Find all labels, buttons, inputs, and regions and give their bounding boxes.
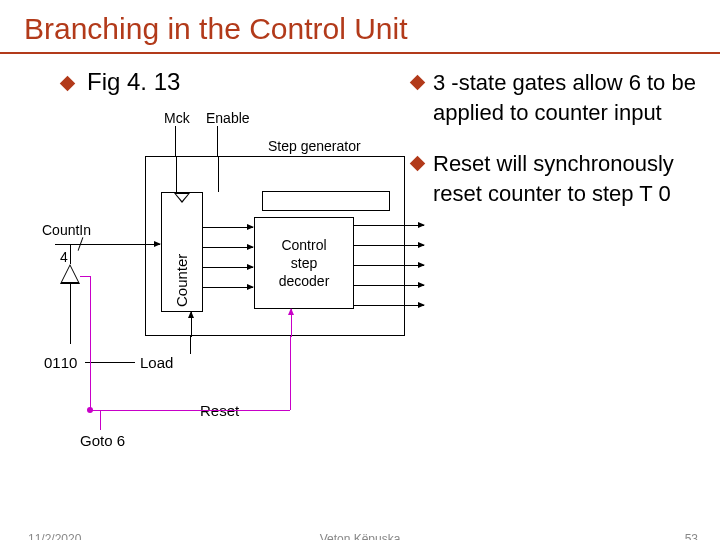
wire-reset <box>90 410 290 411</box>
wire <box>190 336 191 354</box>
block-diagram: Mck Enable Step generator Counter Contro… <box>30 104 410 434</box>
wire-reset <box>100 410 101 430</box>
wire <box>55 244 95 245</box>
diamond-bullet-icon <box>60 76 76 92</box>
wire-arrow <box>203 227 253 228</box>
diamond-bullet-icon <box>410 75 426 91</box>
wire-reset <box>290 336 291 410</box>
label-mck: Mck <box>164 110 190 126</box>
wire-arrow <box>354 305 424 306</box>
wire <box>176 157 177 192</box>
wire <box>217 126 218 156</box>
wire <box>85 362 135 363</box>
figure-caption-line: Fig 4. 13 <box>62 68 180 96</box>
wire-reset <box>80 276 90 277</box>
bullet-item: Reset will synchronously reset counter t… <box>412 149 702 208</box>
decoder-line3: decoder <box>255 272 353 290</box>
diamond-bullet-icon <box>410 156 426 172</box>
slide-content: Fig 4. 13 3 -state gates allow 6 to be a… <box>0 54 720 494</box>
wire-arrow-reset <box>291 309 292 337</box>
wire-reset <box>90 276 91 410</box>
wire-arrow <box>354 245 424 246</box>
wire <box>70 244 71 264</box>
figure-caption: Fig 4. 13 <box>87 68 180 95</box>
outer-box: Counter Control step decoder <box>145 156 405 336</box>
wire-arrow <box>354 225 424 226</box>
wire <box>218 157 219 192</box>
footer-author: Veton Këpuska <box>320 532 401 540</box>
bullet-list: 3 -state gates allow 6 to be applied to … <box>412 68 702 231</box>
wire-arrow <box>354 285 424 286</box>
slide-title: Branching in the Control Unit <box>0 0 720 52</box>
footer-page: 53 <box>685 532 698 540</box>
bullet-text: Reset will synchronously reset counter t… <box>433 149 702 208</box>
label-counter: Counter <box>173 254 190 307</box>
bullet-item: 3 -state gates allow 6 to be applied to … <box>412 68 702 127</box>
wire-arrow <box>203 267 253 268</box>
decoder-line2: step <box>255 254 353 272</box>
wire-arrow <box>203 287 253 288</box>
label-goto6: Goto 6 <box>80 432 125 449</box>
bullet-text: 3 -state gates allow 6 to be applied to … <box>433 68 702 127</box>
label-enable: Enable <box>206 110 250 126</box>
label-0110: 0110 <box>44 354 77 371</box>
decoder-box: Control step decoder <box>254 217 354 309</box>
tristate-buffer-icon <box>60 264 80 284</box>
wire <box>175 126 176 156</box>
wire-arrow <box>203 247 253 248</box>
decoder-line1: Control <box>255 236 353 254</box>
label-four: 4 <box>60 249 68 265</box>
label-step-generator: Step generator <box>268 138 361 154</box>
wire-arrow <box>95 244 160 245</box>
label-load: Load <box>140 354 173 371</box>
wire <box>70 284 71 344</box>
footer-date: 11/2/2020 <box>28 532 81 540</box>
step-generator-box <box>262 191 390 211</box>
wire-arrow <box>354 265 424 266</box>
label-countin: CountIn <box>42 222 91 238</box>
clock-notch-icon <box>174 193 190 203</box>
wire-arrow <box>191 312 192 337</box>
junction-dot-icon <box>87 407 93 413</box>
